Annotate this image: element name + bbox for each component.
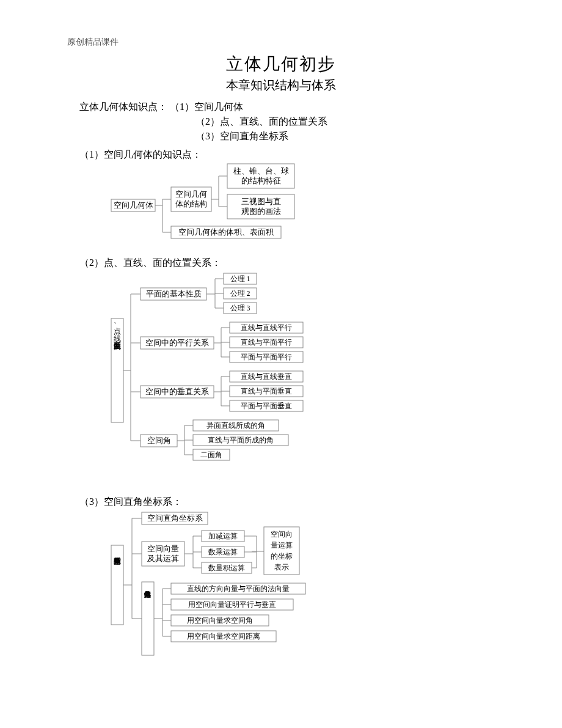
d3-t2c3: 数量积运算: [208, 564, 245, 572]
d2-b1c2: 公理 2: [230, 289, 250, 298]
d3-t2r3: 的坐标: [271, 552, 293, 561]
d2-b2c2: 直线与平面平行: [241, 338, 292, 347]
page-header: 原创精品课件: [67, 37, 495, 48]
d3-t2a: 空间向量: [147, 544, 179, 553]
d2-b4c3: 二面角: [200, 450, 222, 459]
d3-t1: 空间直角坐标系: [147, 513, 203, 523]
d3-t2b: 及其运算: [147, 554, 179, 563]
intro-lead: 立体几何体知识点：: [79, 101, 167, 112]
d1-root: 空间几何体: [114, 200, 153, 210]
section-1-head: （1）空间几何体的知识点：: [79, 149, 495, 161]
section-3-head: （3）空间直角坐标系：: [79, 496, 495, 509]
d2-b1: 平面的基本性质: [146, 289, 202, 298]
page: 原创精品课件 立体几何初步 本章知识结构与体系 立体几何体知识点： （1）空间几…: [0, 0, 562, 728]
d2-b3c3: 平面与平面垂直: [241, 402, 292, 410]
diagram-1: 空间几何体 空间几何 体的结构 空间几何体的体积、表面积 柱、锥、台、球 的结构…: [110, 160, 312, 252]
d3-t2c2: 数乘运算: [208, 548, 238, 556]
subtitle: 本章知识结构与体系: [67, 77, 495, 94]
intro: 立体几何体知识点： （1）空间几何体 （2）点、直线、面的位置关系 （3）空间直…: [79, 100, 495, 144]
diagram-3: 空间直角坐标系 空间直角坐标系 空间向量 及其运算 加减运算 数乘运算 数量积运…: [110, 509, 330, 661]
d3-t3c2: 用空间向量证明平行与垂直: [188, 600, 276, 609]
d2-b4: 空间角: [147, 436, 171, 445]
d2-b3c1: 直线与直线垂直: [241, 372, 292, 381]
d3-t3c3: 用空间向量求空间角: [187, 616, 253, 625]
diagram-2: 点、线、面的位置关系 平面的基本性质 公理 1 公理 2 公理 3 空间中的平行…: [110, 270, 312, 471]
d1-l1b: 的结构特征: [241, 176, 281, 185]
svg-rect-63: [142, 582, 154, 655]
d2-b2c1: 直线与直线平行: [241, 323, 292, 332]
d3-t3: 立体几何中的向量方法: [145, 591, 151, 598]
d3-t2r1: 空间向: [271, 530, 293, 539]
d2-b2c3: 平面与平面平行: [241, 353, 292, 361]
d1-n1b: 体的结构: [175, 199, 207, 208]
intro-item-2: （2）点、直线、面的位置关系: [195, 114, 495, 129]
d2-b1c3: 公理 3: [230, 304, 250, 312]
d1-n2: 空间几何体的体积、表面积: [178, 227, 274, 237]
intro-item-1: （1）空间几何体: [170, 101, 243, 112]
d1-l2a: 三视图与直: [241, 197, 281, 206]
d2-b3: 空间中的垂直关系: [145, 387, 209, 396]
d2-b3c2: 直线与平面垂直: [241, 387, 292, 395]
section-2-head: （2）点、直线、面的位置关系：: [79, 257, 495, 270]
d1-l1a: 柱、锥、台、球: [233, 166, 289, 175]
d3-t2r2: 量运算: [271, 541, 293, 550]
d3-t3c4: 用空间向量求空间距离: [187, 632, 260, 641]
d1-l2b: 观图的画法: [241, 207, 281, 216]
svg-rect-56: [111, 545, 123, 625]
d3-t2c1: 加减运算: [208, 532, 238, 540]
d1-n1a: 空间几何: [175, 189, 207, 199]
d2-root: 点、线、面的位置关系: [113, 322, 122, 350]
d2-b4c1: 异面直线所成的角: [206, 421, 265, 430]
intro-item-3: （3）空间直角坐标系: [195, 129, 495, 144]
d2-b1c1: 公理 1: [230, 274, 250, 283]
d3-root: 空间直角坐标系: [114, 557, 122, 565]
d2-b4c2: 直线与平面所成的角: [208, 436, 274, 444]
title: 立体几何初步: [67, 53, 495, 76]
d3-t2r4: 表示: [274, 563, 289, 572]
d2-b2: 空间中的平行关系: [145, 338, 209, 347]
d3-t3c1: 直线的方向向量与平面的法向量: [187, 584, 290, 593]
